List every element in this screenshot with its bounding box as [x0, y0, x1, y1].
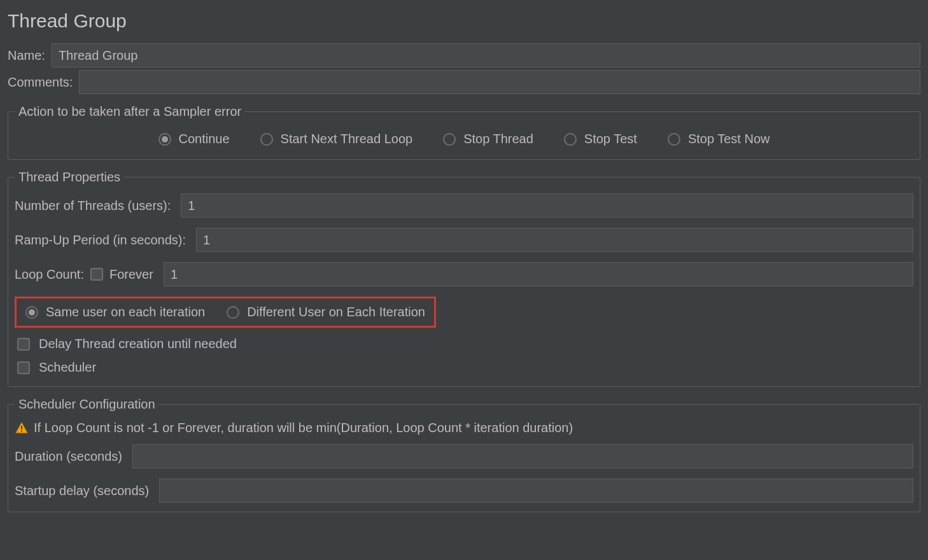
scheduler-config-fieldset: Scheduler Configuration If Loop Count is…	[8, 397, 920, 512]
scheduler-row: Scheduler	[15, 360, 913, 375]
ramp-up-input[interactable]	[196, 228, 913, 252]
scheduler-config-legend: Scheduler Configuration	[15, 397, 159, 412]
duration-input[interactable]	[132, 444, 913, 468]
user-iteration-highlight: Same user on each iteration Different Us…	[15, 297, 436, 328]
radio-stop-test[interactable]: Stop Test	[564, 132, 637, 146]
error-action-radios: Continue Start Next Thread Loop Stop Thr…	[15, 128, 913, 150]
warning-icon	[15, 421, 29, 435]
loop-count-row: Loop Count: Forever	[15, 262, 913, 286]
name-input[interactable]	[52, 43, 920, 67]
ramp-up-label: Ramp-Up Period (in seconds):	[15, 233, 192, 248]
radio-dot-icon	[443, 133, 456, 146]
svg-rect-0	[21, 426, 22, 430]
duration-label: Duration (seconds)	[15, 449, 129, 464]
scheduler-warning-row: If Loop Count is not -1 or Forever, dura…	[15, 421, 913, 435]
forever-checkbox[interactable]	[90, 268, 103, 281]
radio-start-next-loop[interactable]: Start Next Thread Loop	[260, 132, 413, 146]
startup-delay-input[interactable]	[159, 479, 913, 503]
scheduler-label: Scheduler	[39, 360, 96, 375]
startup-delay-label: Startup delay (seconds)	[15, 484, 155, 498]
comments-label: Comments:	[8, 75, 79, 90]
error-action-fieldset: Action to be taken after a Sampler error…	[8, 104, 920, 160]
radio-dot-icon	[158, 133, 171, 146]
radio-label: Start Next Thread Loop	[281, 132, 413, 146]
name-row: Name:	[8, 43, 920, 67]
radio-stop-test-now[interactable]: Stop Test Now	[668, 132, 770, 146]
duration-row: Duration (seconds)	[15, 444, 913, 468]
page-title: Thread Group	[8, 6, 920, 43]
radio-label: Same user on each iteration	[46, 305, 205, 319]
forever-label: Forever	[103, 267, 160, 282]
radio-different-user[interactable]: Different User on Each Iteration	[227, 305, 425, 319]
delay-thread-checkbox[interactable]	[17, 338, 30, 351]
loop-count-input[interactable]	[164, 262, 913, 286]
delay-thread-row: Delay Thread creation until needed	[15, 337, 913, 351]
comments-row: Comments:	[8, 70, 920, 94]
radio-dot-icon	[260, 133, 273, 146]
delay-thread-label: Delay Thread creation until needed	[39, 337, 237, 351]
scheduler-warning-text: If Loop Count is not -1 or Forever, dura…	[34, 421, 573, 435]
num-threads-input[interactable]	[181, 193, 913, 218]
radio-label: Stop Test Now	[688, 132, 770, 146]
thread-properties-fieldset: Thread Properties Number of Threads (use…	[8, 170, 920, 387]
startup-delay-row: Startup delay (seconds)	[15, 479, 913, 503]
scheduler-checkbox[interactable]	[17, 361, 30, 374]
radio-dot-icon	[25, 306, 38, 319]
thread-properties-legend: Thread Properties	[15, 170, 124, 185]
ramp-up-row: Ramp-Up Period (in seconds):	[15, 228, 913, 252]
radio-dot-icon	[227, 306, 239, 319]
radio-continue[interactable]: Continue	[158, 132, 230, 146]
error-action-legend: Action to be taken after a Sampler error	[15, 104, 245, 119]
svg-rect-1	[21, 430, 22, 431]
radio-label: Continue	[179, 132, 230, 146]
loop-count-label: Loop Count:	[15, 267, 90, 282]
radio-stop-thread[interactable]: Stop Thread	[443, 132, 533, 146]
comments-input[interactable]	[79, 70, 920, 94]
radio-label: Stop Thread	[463, 132, 533, 146]
radio-dot-icon	[564, 133, 577, 146]
radio-label: Different User on Each Iteration	[247, 305, 425, 319]
num-threads-row: Number of Threads (users):	[15, 193, 913, 218]
radio-label: Stop Test	[584, 132, 637, 146]
radio-dot-icon	[668, 133, 680, 146]
num-threads-label: Number of Threads (users):	[15, 199, 177, 213]
name-label: Name:	[8, 48, 52, 63]
radio-same-user[interactable]: Same user on each iteration	[25, 305, 205, 319]
